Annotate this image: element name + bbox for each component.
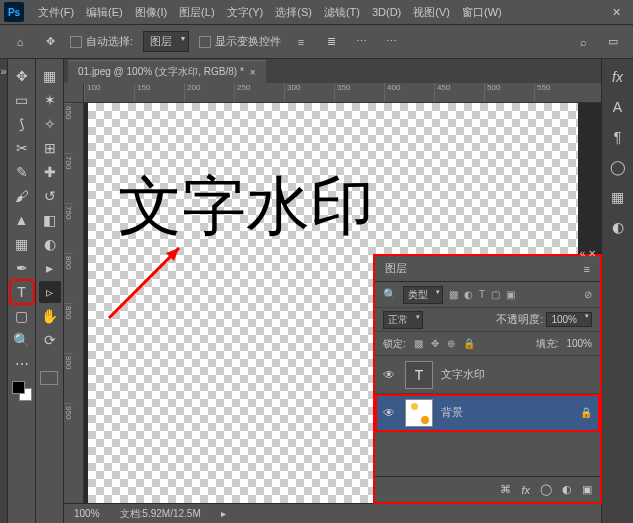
- menu-window[interactable]: 窗口(W): [456, 2, 508, 23]
- align-icon[interactable]: ≡: [291, 32, 311, 52]
- lock-artboard-icon[interactable]: ⊕: [447, 338, 455, 349]
- filter-smart-icon[interactable]: ▣: [506, 289, 515, 300]
- layer-name[interactable]: 背景: [441, 405, 572, 420]
- ruler-horizontal[interactable]: 100150200250300350400450500550: [84, 83, 601, 103]
- menu-file[interactable]: 文件(F): [32, 2, 80, 23]
- zoom-tool[interactable]: 🔍: [11, 329, 33, 351]
- opacity-input[interactable]: 100%: [546, 312, 592, 327]
- ruler-vertical[interactable]: 650700750800850900950: [64, 103, 84, 503]
- distribute-icon[interactable]: ⋯: [351, 32, 371, 52]
- window-close-icon[interactable]: ✕: [604, 3, 629, 22]
- ruler-origin[interactable]: [64, 83, 84, 103]
- type-tool[interactable]: T: [11, 281, 33, 303]
- new-group-icon[interactable]: ▣: [582, 483, 592, 496]
- glyphs-panel-icon[interactable]: ◯: [610, 159, 626, 175]
- layer-name[interactable]: 文字水印: [441, 367, 592, 382]
- layer-mask-icon[interactable]: ◯: [540, 483, 552, 496]
- panel-collapse-strip[interactable]: »: [0, 59, 8, 523]
- filter-pixel-icon[interactable]: ▩: [449, 289, 458, 300]
- align-icon-2[interactable]: ≣: [321, 32, 341, 52]
- lasso-tool[interactable]: ⟆: [11, 113, 33, 135]
- menu-layer[interactable]: 图层(L): [173, 2, 220, 23]
- more-icon[interactable]: ⋯: [381, 32, 401, 52]
- foreground-background-colors[interactable]: [12, 381, 32, 401]
- status-chevron-icon[interactable]: ▸: [221, 508, 226, 519]
- panel-menu-icon[interactable]: ≡: [584, 263, 590, 275]
- auto-select-checkbox[interactable]: 自动选择:: [70, 34, 133, 49]
- filter-shape-icon[interactable]: ▢: [491, 289, 500, 300]
- home-icon[interactable]: ⌂: [10, 32, 30, 52]
- layers-list: 👁 T 文字水印 👁 背景 🔒: [375, 356, 600, 476]
- rotate-view-tool[interactable]: ⟳: [39, 329, 61, 351]
- filter-type-icon[interactable]: T: [479, 289, 485, 300]
- layer-thumbnail[interactable]: [405, 399, 433, 427]
- link-layers-icon[interactable]: ⌘: [500, 483, 511, 496]
- shape-tool[interactable]: ▢: [11, 305, 33, 327]
- menu-type[interactable]: 文字(Y): [221, 2, 270, 23]
- search-icon[interactable]: ⌕: [573, 32, 593, 52]
- fill-label: 填充:: [536, 337, 559, 351]
- filter-adjust-icon[interactable]: ◐: [464, 289, 473, 300]
- layer-thumbnail[interactable]: T: [405, 361, 433, 389]
- character-panel-icon[interactable]: A: [613, 99, 622, 115]
- menu-filter[interactable]: 滤镜(T): [318, 2, 366, 23]
- pen-tool[interactable]: ✒: [11, 257, 33, 279]
- history-brush-tool[interactable]: ↺: [39, 185, 61, 207]
- heal-tool[interactable]: ✚: [39, 161, 61, 183]
- status-doc-info[interactable]: 文档:5.92M/12.5M: [120, 507, 201, 521]
- lock-all-icon[interactable]: 🔒: [463, 338, 475, 349]
- document-tab-close-icon[interactable]: ×: [250, 67, 256, 78]
- layer-visibility-icon[interactable]: 👁: [383, 368, 397, 382]
- eyedropper-tool[interactable]: ✎: [11, 161, 33, 183]
- brush-tool[interactable]: 🖌: [11, 185, 33, 207]
- gradient-tool[interactable]: ▦: [11, 233, 33, 255]
- dodge-tool[interactable]: ◐: [39, 233, 61, 255]
- eraser-tool[interactable]: ◧: [39, 209, 61, 231]
- filter-type-dropdown[interactable]: 类型: [403, 286, 443, 304]
- filter-toggle-icon[interactable]: ⊘: [584, 289, 592, 300]
- show-transform-checkbox[interactable]: 显示变换控件: [199, 34, 281, 49]
- canvas-text-layer[interactable]: 文字水印: [118, 163, 374, 250]
- layer-row[interactable]: 👁 T 文字水印: [375, 356, 600, 394]
- lock-position-icon[interactable]: ✥: [431, 338, 439, 349]
- stamp-tool[interactable]: ▲: [11, 209, 33, 231]
- blend-mode-dropdown[interactable]: 正常: [383, 311, 423, 329]
- layer-visibility-icon[interactable]: 👁: [383, 406, 397, 420]
- quick-select-tool[interactable]: ✶: [39, 89, 61, 111]
- paragraph-panel-icon[interactable]: ¶: [614, 129, 622, 145]
- lock-pixels-icon[interactable]: ▩: [414, 338, 423, 349]
- menu-3d[interactable]: 3D(D): [366, 3, 407, 21]
- frame-tool[interactable]: ⊞: [39, 137, 61, 159]
- crop-tool[interactable]: ✂: [11, 137, 33, 159]
- new-fill-layer-icon[interactable]: ◐: [562, 483, 572, 496]
- status-zoom[interactable]: 100%: [74, 508, 100, 519]
- menu-view[interactable]: 视图(V): [407, 2, 456, 23]
- layers-tab[interactable]: 图层: [385, 261, 407, 276]
- direct-select-tool[interactable]: ▹: [39, 281, 61, 303]
- fill-input[interactable]: 100%: [566, 338, 592, 349]
- fx-panel-icon[interactable]: fx: [612, 69, 623, 85]
- layer-row[interactable]: 👁 背景 🔒: [375, 394, 600, 432]
- hand-tool[interactable]: ✋: [39, 305, 61, 327]
- layer-lock-icon[interactable]: 🔒: [580, 407, 592, 418]
- toolbox: ✥ ▭ ⟆ ✂ ✎ 🖌 ▲ ▦ ✒ T ▢ 🔍 ⋯: [8, 59, 36, 523]
- adjustments-panel-icon[interactable]: ◐: [612, 219, 624, 235]
- edit-toolbar[interactable]: ⋯: [11, 353, 33, 375]
- workspace-icon[interactable]: ▭: [603, 32, 623, 52]
- swatches-panel-icon[interactable]: ▦: [611, 189, 624, 205]
- magic-wand-tool[interactable]: ✧: [39, 113, 61, 135]
- menu-image[interactable]: 图像(I): [129, 2, 173, 23]
- marquee-tool[interactable]: ▭: [11, 89, 33, 111]
- path-select-tool[interactable]: ▸: [39, 257, 61, 279]
- quick-mask[interactable]: [40, 371, 60, 391]
- menu-select[interactable]: 选择(S): [269, 2, 318, 23]
- menu-edit[interactable]: 编辑(E): [80, 2, 129, 23]
- document-tab[interactable]: 01.jpeg @ 100% (文字水印, RGB/8) * ×: [68, 60, 266, 83]
- layer-fx-icon[interactable]: fx: [521, 484, 530, 496]
- artboard-tool[interactable]: ▦: [39, 65, 61, 87]
- auto-select-target-dropdown[interactable]: 图层: [143, 31, 189, 52]
- panel-collapse-icon[interactable]: « ✕: [580, 248, 596, 259]
- filter-search-icon[interactable]: 🔍: [383, 288, 397, 301]
- document-tab-title: 01.jpeg @ 100% (文字水印, RGB/8) *: [78, 65, 244, 79]
- move-tool[interactable]: ✥: [11, 65, 33, 87]
